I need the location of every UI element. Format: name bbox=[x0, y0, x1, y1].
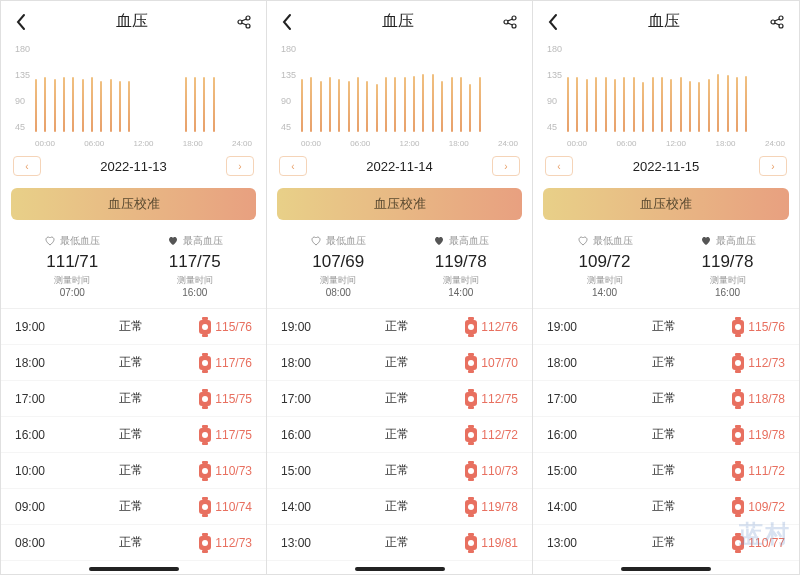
next-date-button[interactable]: › bbox=[226, 156, 254, 176]
max-bp-stat: 最高血压 117/75 测量时间 16:00 bbox=[134, 234, 257, 298]
share-icon[interactable] bbox=[236, 14, 252, 30]
reading-status: 正常 bbox=[329, 390, 465, 407]
next-date-button[interactable]: › bbox=[492, 156, 520, 176]
chart-bar bbox=[727, 75, 729, 132]
calibrate-button[interactable]: 血压校准 bbox=[543, 188, 789, 220]
chart-bar bbox=[595, 77, 597, 132]
watch-icon bbox=[732, 464, 744, 478]
current-date: 2022-11-15 bbox=[633, 159, 700, 174]
reading-row[interactable]: 19:00 正常 112/76 bbox=[267, 309, 532, 345]
next-date-button[interactable]: › bbox=[759, 156, 787, 176]
watch-icon bbox=[199, 500, 211, 514]
reading-status: 正常 bbox=[63, 390, 199, 407]
current-date: 2022-11-13 bbox=[100, 159, 167, 174]
svg-line-14 bbox=[775, 23, 780, 25]
chart-bar bbox=[385, 77, 387, 132]
reading-row[interactable]: 10:00 正常 110/73 bbox=[1, 453, 266, 489]
chart-bar bbox=[432, 74, 434, 132]
watch-icon bbox=[199, 428, 211, 442]
reading-value: 111/72 bbox=[732, 464, 785, 478]
stats-summary: 最低血压 109/72 测量时间 14:00 最高血压 119/78 测量时间 … bbox=[533, 220, 799, 309]
reading-row[interactable]: 14:00 正常 109/72 bbox=[533, 489, 799, 525]
reading-row[interactable]: 08:00 正常 112/73 bbox=[1, 525, 266, 561]
chart-bar bbox=[82, 79, 84, 132]
reading-status: 正常 bbox=[63, 534, 199, 551]
readings-list[interactable]: 19:00 正常 112/76 18:00 正常 107/70 bbox=[267, 309, 532, 574]
reading-row[interactable]: 16:00 正常 119/78 bbox=[533, 417, 799, 453]
chart-bar bbox=[203, 77, 205, 132]
reading-row[interactable]: 18:00 正常 107/70 bbox=[267, 345, 532, 381]
reading-row[interactable]: 17:00 正常 112/75 bbox=[267, 381, 532, 417]
chart-bar bbox=[329, 77, 331, 132]
reading-status: 正常 bbox=[329, 426, 465, 443]
chart-bar bbox=[72, 77, 74, 132]
watch-icon bbox=[465, 392, 477, 406]
min-bp-time: 08:00 bbox=[277, 287, 400, 298]
reading-value: 112/73 bbox=[732, 356, 785, 370]
chart-bar bbox=[451, 77, 453, 132]
readings-list[interactable]: 19:00 正常 115/76 18:00 正常 117/76 bbox=[1, 309, 266, 574]
reading-row[interactable]: 14:00 正常 119/78 bbox=[267, 489, 532, 525]
prev-date-button[interactable]: ‹ bbox=[279, 156, 307, 176]
reading-status: 正常 bbox=[595, 390, 732, 407]
reading-row[interactable]: 15:00 正常 111/72 bbox=[533, 453, 799, 489]
back-icon[interactable] bbox=[15, 13, 27, 31]
prev-date-button[interactable]: ‹ bbox=[13, 156, 41, 176]
watch-icon bbox=[732, 500, 744, 514]
share-icon[interactable] bbox=[769, 14, 785, 30]
watch-icon bbox=[465, 536, 477, 550]
reading-row[interactable]: 18:00 正常 112/73 bbox=[533, 345, 799, 381]
reading-value: 115/75 bbox=[199, 392, 252, 406]
back-icon[interactable] bbox=[281, 13, 293, 31]
back-icon[interactable] bbox=[547, 13, 559, 31]
chart-bar bbox=[652, 77, 654, 132]
reading-row[interactable]: 19:00 正常 115/76 bbox=[1, 309, 266, 345]
chart-bar bbox=[717, 74, 719, 132]
reading-row[interactable]: 13:00 正常 119/81 bbox=[267, 525, 532, 561]
chart-bar bbox=[185, 77, 187, 132]
reading-time: 18:00 bbox=[281, 356, 329, 370]
reading-row[interactable]: 18:00 正常 117/76 bbox=[1, 345, 266, 381]
reading-row[interactable]: 16:00 正常 112/72 bbox=[267, 417, 532, 453]
watch-icon bbox=[732, 392, 744, 406]
chart-bar bbox=[736, 77, 738, 132]
max-bp-time: 14:00 bbox=[400, 287, 523, 298]
heart-outline-icon bbox=[577, 235, 589, 247]
reading-row[interactable]: 09:00 正常 110/74 bbox=[1, 489, 266, 525]
watch-icon bbox=[732, 320, 744, 334]
reading-row[interactable]: 13:00 正常 110/77 bbox=[533, 525, 799, 561]
calibrate-button[interactable]: 血压校准 bbox=[11, 188, 256, 220]
min-bp-stat: 最低血压 111/71 测量时间 07:00 bbox=[11, 234, 134, 298]
stats-summary: 最低血压 111/71 测量时间 07:00 最高血压 117/75 测量时间 … bbox=[1, 220, 266, 309]
chart-bar bbox=[642, 82, 644, 132]
app-header: 血压 bbox=[267, 1, 532, 40]
reading-time: 15:00 bbox=[547, 464, 595, 478]
chart-bar bbox=[376, 84, 378, 132]
watch-icon bbox=[199, 320, 211, 334]
watch-icon bbox=[465, 320, 477, 334]
chart-bar bbox=[479, 77, 481, 132]
calibrate-button[interactable]: 血压校准 bbox=[277, 188, 522, 220]
reading-row[interactable]: 15:00 正常 110/73 bbox=[267, 453, 532, 489]
readings-list[interactable]: 19:00 正常 115/76 18:00 正常 112/73 bbox=[533, 309, 799, 574]
reading-value: 109/72 bbox=[732, 500, 785, 514]
prev-date-button[interactable]: ‹ bbox=[545, 156, 573, 176]
min-bp-time: 07:00 bbox=[11, 287, 134, 298]
watch-icon bbox=[732, 428, 744, 442]
share-icon[interactable] bbox=[502, 14, 518, 30]
watch-icon bbox=[199, 464, 211, 478]
reading-row[interactable]: 17:00 正常 118/78 bbox=[533, 381, 799, 417]
watch-icon bbox=[732, 536, 744, 550]
reading-row[interactable]: 17:00 正常 115/75 bbox=[1, 381, 266, 417]
reading-row[interactable]: 16:00 正常 117/75 bbox=[1, 417, 266, 453]
app-header: 血压 bbox=[1, 1, 266, 40]
chart-bar bbox=[128, 81, 130, 132]
x-axis: 00:0006:0012:0018:0024:00 bbox=[567, 139, 785, 148]
x-axis: 00:0006:0012:0018:0024:00 bbox=[35, 139, 252, 148]
min-bp-stat: 最低血压 109/72 测量时间 14:00 bbox=[543, 234, 666, 298]
reading-row[interactable]: 19:00 正常 115/76 bbox=[533, 309, 799, 345]
chart-bar bbox=[422, 74, 424, 132]
reading-value: 119/78 bbox=[465, 500, 518, 514]
chart-bar bbox=[63, 77, 65, 132]
chart-bar bbox=[404, 77, 406, 132]
